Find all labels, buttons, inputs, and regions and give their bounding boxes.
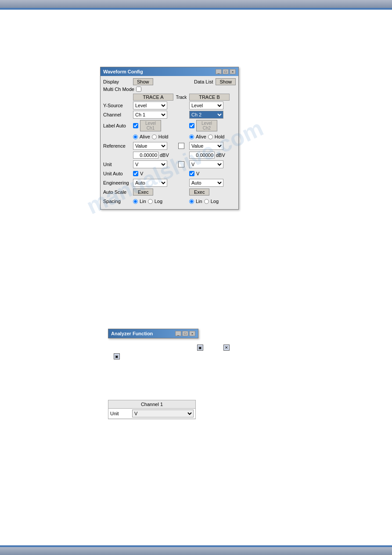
unit-select[interactable]: V dBV dBu dBm W [132,410,194,417]
top-bar [0,0,392,8]
engineering-row: Engineering Auto Manual Auto Manual [103,179,236,187]
close-button[interactable]: × [230,69,236,74]
auto-scale-row: Auto Scale Exec Exec [103,188,236,196]
spacing-log-a-radio[interactable] [148,199,153,204]
spacing-b-group: Lin Log [189,199,219,204]
multi-ch-checkbox[interactable] [136,87,141,92]
reference-a-select[interactable]: Value External [133,142,167,150]
label-auto-a-checkbox[interactable] [133,123,138,128]
unit-auto-b-value: V [196,171,199,176]
analyzer-maximize-button[interactable]: □ [182,331,188,336]
alive-b-radio[interactable] [189,134,194,139]
unit-row-label: Unit [110,411,132,416]
spacing-label: Spacing [103,199,133,204]
reference-track-checkbox-box[interactable] [178,143,184,149]
ref-value-a-unit: dBV [160,152,169,158]
level-ch1-button[interactable]: Level Ch1 [140,120,161,131]
engineering-label: Engineering [103,180,133,185]
display-show-button[interactable]: Show [133,78,153,85]
multi-ch-row: Multi Ch Mode [103,87,236,92]
top-bar-accent [0,8,392,10]
channel-table: Channel 1 Unit V dBV dBu dBm W [108,400,196,419]
unit-track-checkbox-box[interactable] [178,161,184,167]
label-auto-trace-a: Level Ch1 [133,120,173,131]
channel-b-select[interactable]: Ch 2 Ch 1 [189,111,223,119]
unit-b-select[interactable]: V dBV [189,160,223,168]
analyzer-icon-3[interactable]: ▣ [114,353,120,359]
y-source-label: Y-Source [103,103,133,108]
alive-hold-b-group: Alive Hold [189,134,224,139]
spacing-lin-b-radio[interactable] [189,199,194,204]
auto-scale-trace-a: Exec [133,189,173,196]
hold-a-radio[interactable] [152,134,157,139]
display-row: Display Show Data List Show [103,78,236,86]
exec-a-button[interactable]: Exec [133,189,153,196]
engineering-trace-b: Auto Manual [189,179,230,187]
ref-value-trace-b: dBV [189,152,230,159]
waveform-dialog-body: Display Show Data List Show Multi Ch Mod… [101,76,238,209]
reference-trace-b: Value External [189,142,230,150]
unit-auto-b-checkbox[interactable] [189,171,194,176]
unit-auto-trace-a: V [133,171,173,176]
ref-value-trace-a: dBV [133,152,173,159]
reference-trace-a: Value External [133,142,173,150]
analyzer-titlebar-buttons: _ □ × [175,331,195,336]
trace-b-header: TRACE B [189,94,230,101]
waveform-dialog-titlebar: Waveform Config _ □ × [101,67,238,76]
unit-row: Unit V dBV V dBV [103,160,236,168]
unit-trace-a: V dBV [133,160,173,168]
track-header: Track [173,95,189,100]
spacing-lin-a-radio[interactable] [133,199,138,204]
unit-auto-a-checkbox[interactable] [133,171,138,176]
unit-auto-a-value: V [140,171,143,176]
ref-value-a-input[interactable] [133,152,158,159]
ref-value-b-input[interactable] [189,152,215,159]
hold-a-label: Hold [158,134,169,139]
spacing-lin-b-label: Lin [196,199,202,204]
analyzer-row-2: ▣ [112,353,284,359]
label-auto-label: Label Auto [103,123,133,128]
data-list-show-button[interactable]: Show [216,78,236,85]
y-source-a-select[interactable]: Level Phase [133,102,167,109]
spacing-log-a-label: Log [155,199,162,204]
engineering-a-select[interactable]: Auto Manual [133,179,167,187]
maximize-button[interactable]: □ [223,69,229,74]
ref-value-b-unit: dBV [216,152,225,158]
minimize-button[interactable]: _ [216,69,222,74]
label-auto-trace-b: Level Ch2 [189,120,230,131]
unit-auto-trace-b: V [189,171,230,176]
hold-b-radio[interactable] [208,134,213,139]
spacing-a-group: Lin Log [133,199,162,204]
reference-b-select[interactable]: Value External [189,142,223,150]
analyzer-close-button[interactable]: × [189,331,195,336]
analyzer-icon-1[interactable]: ▣ [197,345,203,351]
waveform-config-dialog: Waveform Config _ □ × Display Show Data … [100,67,239,210]
reference-value-row: dBV dBV [103,151,236,159]
alive-a-radio[interactable] [133,134,138,139]
reference-label: Reference [103,143,133,149]
exec-b-button[interactable]: Exec [189,189,209,196]
analyzer-function-dialog: Analyzer Function _ □ × [108,329,198,338]
unit-label: Unit [103,162,133,167]
auto-scale-trace-b: Exec [189,189,230,196]
channel-trace-a: Ch 1 Ch 2 [133,111,173,119]
label-auto-row: Label Auto Level Ch1 Level Ch2 [103,120,236,131]
unit-trace-b: V dBV [189,160,230,168]
analyzer-minimize-button[interactable]: _ [175,331,181,336]
level-ch2-button[interactable]: Level Ch2 [196,120,217,131]
engineering-trace-a: Auto Manual [133,179,173,187]
engineering-b-select[interactable]: Auto Manual [189,179,223,187]
analyzer-dialog-title: Analyzer Function [111,331,153,336]
spacing-trace-a: Lin Log [133,199,173,204]
label-auto-b-checkbox[interactable] [189,123,194,128]
spacing-log-b-radio[interactable] [204,199,209,204]
y-source-b-select[interactable]: Level Phase [189,102,223,109]
auto-scale-label: Auto Scale [103,189,133,195]
bottom-bar-accent [0,545,392,547]
unit-auto-label: Unit Auto [103,171,133,176]
unit-a-select[interactable]: V dBV [133,160,167,168]
analyzer-row-1: ▣ ✕ [169,345,284,351]
analyzer-icon-2[interactable]: ✕ [223,345,230,351]
channel-a-select[interactable]: Ch 1 Ch 2 [133,111,167,119]
trace-a-header: TRACE A [133,94,173,101]
